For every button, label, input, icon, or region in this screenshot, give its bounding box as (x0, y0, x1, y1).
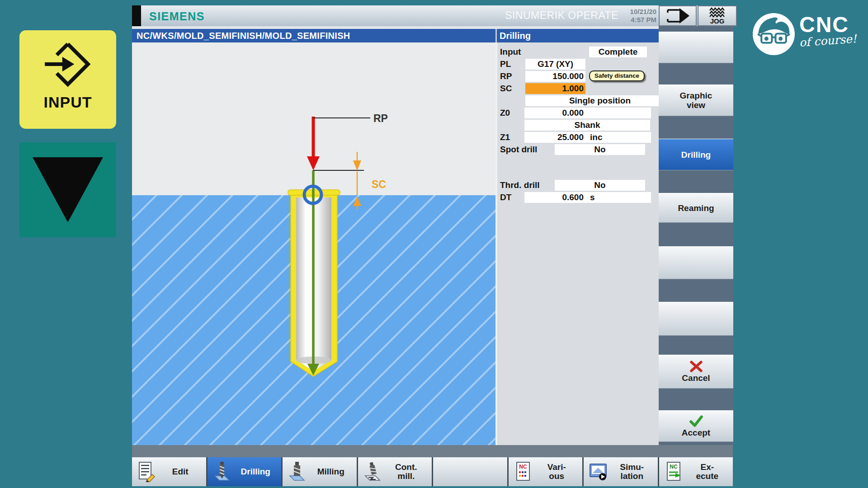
softkey-label: Ex-ecute (684, 463, 731, 481)
softkey-label: Simu-lation (609, 463, 655, 481)
softkey-drilling[interactable]: Drilling (659, 139, 733, 170)
softkey-empty-3 (659, 302, 733, 336)
product-title: SINUMERIK OPERATE (505, 9, 618, 22)
execute-icon: NC (664, 461, 684, 482)
param-label: RP (500, 71, 512, 82)
input-key-overlay: INPUT (19, 30, 116, 129)
softkey-empty-1 (659, 32, 733, 63)
rp-field[interactable]: 150.000 (525, 71, 585, 82)
z1-unit: inc (590, 132, 602, 142)
accept-check-icon (689, 415, 703, 427)
date-time: 10/21/20 4:57 PM (617, 8, 656, 24)
sc-field-focused[interactable]: 1.000 (525, 83, 585, 94)
param-label: Spot drill (500, 144, 537, 155)
depth-reference-field[interactable]: Shank (524, 120, 650, 131)
softkey-simulation[interactable]: Simu-lation (584, 457, 659, 486)
param-row: Shank (497, 120, 659, 131)
edit-icon (137, 461, 157, 482)
jog-mode-button[interactable]: JOG (698, 5, 737, 26)
param-label: DT (500, 192, 511, 203)
logo-text: CNC of course! (799, 14, 857, 49)
softkey-contour-milling[interactable]: Cont.mill. (358, 457, 434, 486)
bottom-gray-strip (132, 445, 733, 457)
param-label: Z1 (500, 132, 510, 143)
softkey-empty-2 (659, 246, 733, 279)
param-row: SC 1.000 (497, 83, 659, 94)
z1-field[interactable]: 25.000inc (524, 132, 651, 143)
horizontal-softkey-bar: Edit Drilling Milling (132, 457, 733, 486)
z0-field[interactable]: 0.000 (524, 108, 651, 118)
rp-label: RP (373, 113, 388, 124)
drilling-help-graphic: RP SC (132, 42, 495, 445)
spot-drill-field[interactable]: No (555, 144, 645, 155)
softkey-milling[interactable]: Milling (283, 457, 358, 486)
jog-label: JOG (710, 18, 725, 24)
drilling-icon (212, 461, 233, 482)
vertical-softkey-column: Graphicview Drilling Reaming Cancel Acce… (659, 26, 733, 445)
contour-milling-icon (363, 461, 383, 482)
param-label: Z0 (500, 108, 510, 118)
param-row: Input Complete (497, 47, 659, 57)
softkey-reaming[interactable]: Reaming (659, 193, 733, 223)
down-triangle-icon (28, 154, 108, 226)
thread-drill-field[interactable]: No (555, 180, 645, 191)
rp-arrow-shaft (312, 117, 315, 156)
softkey-accept[interactable]: Accept (659, 410, 733, 442)
cancel-x-icon (689, 361, 703, 372)
sc-label: SC (372, 178, 386, 190)
top-status-bar: SIEMENS SINUMERIK OPERATE 10/21/20 4:57 … (132, 5, 737, 26)
jog-wave-icon (709, 7, 726, 18)
date: 10/21/20 (617, 8, 656, 16)
pl-field[interactable]: G17 (XY) (525, 59, 585, 70)
softkey-drilling-bottom[interactable]: Drilling (208, 457, 283, 486)
param-row: DT 0.600s (497, 192, 659, 203)
down-arrow-key-overlay (19, 142, 116, 237)
softkey-cancel[interactable]: Cancel (659, 355, 733, 389)
softkey-label: Cont.mill. (383, 463, 429, 481)
param-label: Input (500, 47, 521, 57)
param-label: SC (500, 83, 512, 94)
input-mode-field[interactable]: Complete (589, 47, 647, 57)
dt-unit: s (590, 192, 595, 202)
softkey-graphic-view[interactable]: Graphicview (659, 84, 733, 116)
param-label: PL (500, 59, 511, 70)
menu-forward-icon (665, 7, 691, 25)
logo-subtitle: of course! (799, 33, 857, 49)
siemens-logo: SIEMENS (149, 10, 205, 23)
various-icon: NC (513, 461, 534, 482)
softkey-edit[interactable]: Edit (132, 457, 208, 486)
program-path: NC/WKS/MOLD_SEMIFINISH/MOLD_SEMIFINISH (137, 31, 350, 41)
softkey-label: Milling (308, 467, 354, 476)
param-row: Spot drill No (497, 144, 659, 155)
softkey-label: Vari-ous (534, 463, 580, 481)
softkey-execute[interactable]: NC Ex-ecute (659, 457, 733, 486)
topbar-left-block (132, 5, 141, 26)
param-label: Thrd. drill (500, 180, 540, 191)
softkey-empty-bottom (433, 457, 509, 486)
softkey-various[interactable]: NC Vari-ous (509, 457, 584, 486)
param-row: PL G17 (XY) (497, 59, 659, 70)
svg-text:NC: NC (670, 464, 678, 470)
dialog-title: Drilling (500, 31, 531, 41)
softkey-label: Drilling (233, 467, 279, 476)
param-row: Z0 0.000 (497, 108, 659, 118)
logo-face-icon (752, 12, 796, 56)
input-key-label: INPUT (44, 94, 92, 111)
svg-text:NC: NC (519, 464, 527, 470)
time: 4:57 PM (617, 16, 656, 24)
dt-field[interactable]: 0.600s (524, 192, 651, 203)
simulation-icon (588, 462, 609, 482)
position-pattern-field[interactable]: Single position (525, 95, 675, 106)
menu-forward-button[interactable] (659, 5, 697, 26)
milling-icon (287, 461, 308, 482)
program-title-bar: NC/WKS/MOLD_SEMIFINISH/MOLD_SEMIFINISH D… (132, 29, 659, 42)
param-row: Z1 25.000inc (497, 132, 659, 143)
softkey-label: Edit (157, 467, 203, 476)
input-arrow-icon (40, 37, 95, 92)
safety-distance-tooltip: Safety distance (589, 70, 645, 81)
param-row: Thrd. drill No (497, 180, 659, 191)
param-row: Single position (497, 95, 659, 106)
drilling-parameter-panel: Input Complete PL G17 (XY) RP 150.000 Sa… (497, 42, 659, 445)
titlebar-divider (495, 29, 497, 42)
